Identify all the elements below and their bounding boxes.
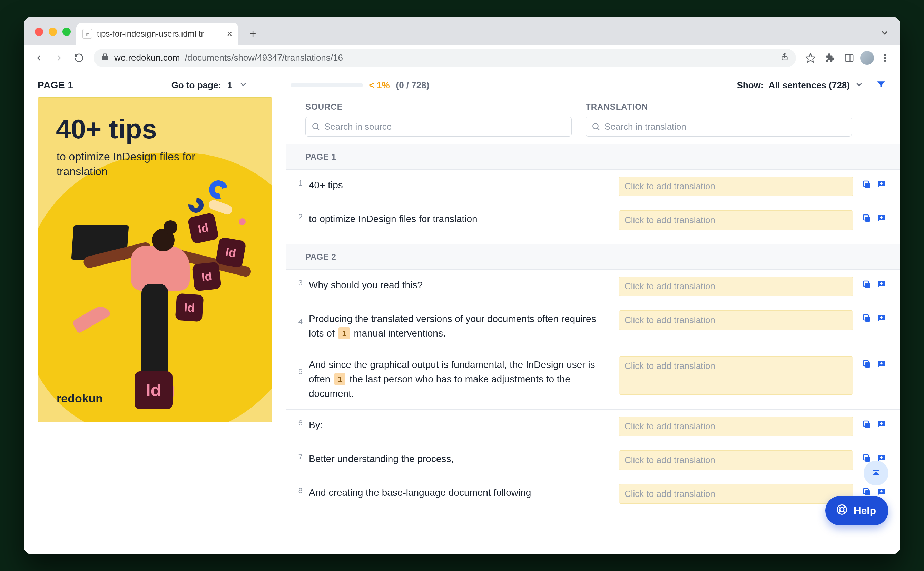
- segment-source[interactable]: 40+ tips: [306, 176, 615, 194]
- browser-window: r tips-for-indesign-users.idml tr × +: [24, 17, 900, 554]
- segment-translation-input[interactable]: Click to add translation: [619, 310, 853, 330]
- segment-translation-input[interactable]: Click to add translation: [619, 484, 853, 504]
- copy-source-icon[interactable]: [862, 213, 872, 224]
- segment-number: 2: [292, 210, 303, 221]
- search-icon: [311, 122, 320, 131]
- segment-row: 1 40+ tips Click to add translation: [286, 170, 900, 204]
- id-icon: Id: [192, 262, 221, 292]
- segment-source[interactable]: Why should you read this?: [306, 276, 615, 294]
- add-comment-icon[interactable]: [876, 359, 886, 369]
- search-source-input[interactable]: [324, 121, 566, 132]
- goto-page[interactable]: Go to page: 1: [172, 80, 248, 91]
- current-page-label: PAGE 1: [38, 80, 73, 91]
- add-comment-icon[interactable]: [876, 419, 886, 430]
- add-comment-icon[interactable]: [876, 487, 886, 497]
- svg-rect-19: [865, 363, 870, 367]
- progress-bar-fill: [291, 83, 291, 87]
- show-label: Show:: [737, 80, 763, 91]
- url-path: /documents/show/49347/translations/16: [185, 52, 343, 63]
- column-header-source: SOURCE: [305, 102, 572, 112]
- chevron-down-icon: [854, 80, 864, 90]
- segment-translation-input[interactable]: Click to add translation: [619, 276, 853, 296]
- chevron-down-icon: [239, 80, 248, 90]
- svg-line-10: [597, 128, 599, 130]
- search-translation-input[interactable]: [605, 121, 846, 132]
- page-header: PAGE 1: [286, 144, 900, 170]
- segment-row: 5 And since the graphical output is fund…: [286, 349, 900, 410]
- segment-source[interactable]: Producing the translated versions of you…: [306, 310, 615, 342]
- window-close-button[interactable]: [35, 28, 43, 36]
- segment-row: 4 Producing the translated versions of y…: [286, 303, 900, 349]
- segment-row: 3 Why should you read this? Click to add…: [286, 270, 900, 303]
- copy-source-icon[interactable]: [862, 419, 872, 430]
- tag-marker[interactable]: 1: [334, 373, 345, 385]
- profile-avatar[interactable]: [860, 51, 874, 65]
- segment-number: 7: [292, 450, 303, 461]
- svg-rect-13: [865, 216, 870, 222]
- copy-source-icon[interactable]: [862, 179, 872, 190]
- id-icon: Id: [187, 212, 220, 244]
- preview-brand: redokun: [57, 392, 103, 405]
- window-zoom-button[interactable]: [62, 28, 71, 36]
- svg-marker-1: [806, 54, 815, 62]
- svg-rect-11: [865, 183, 870, 188]
- nav-back-button[interactable]: [31, 49, 47, 66]
- search-source[interactable]: [305, 117, 572, 137]
- segment-source[interactable]: And creating the base-language document …: [306, 484, 615, 502]
- add-comment-icon[interactable]: [876, 279, 886, 290]
- add-comment-icon[interactable]: [876, 179, 886, 190]
- new-tab-button[interactable]: +: [243, 24, 263, 43]
- extensions-icon[interactable]: [822, 49, 838, 66]
- goto-page-label: Go to page:: [172, 80, 221, 91]
- show-filter-dropdown[interactable]: All sentences (728): [768, 80, 850, 91]
- tab-close-button[interactable]: ×: [227, 29, 232, 38]
- filter-icon[interactable]: [876, 79, 886, 91]
- scroll-to-top-button[interactable]: [864, 461, 888, 486]
- segment-number: 6: [292, 417, 303, 427]
- nav-forward-button[interactable]: [51, 49, 67, 66]
- svg-line-29: [838, 506, 840, 508]
- share-icon[interactable]: [780, 52, 789, 63]
- segment-translation-input[interactable]: Click to add translation: [619, 210, 853, 230]
- progress-count: (0 / 728): [396, 80, 430, 91]
- search-translation[interactable]: [585, 117, 852, 137]
- segment-row: 8 And creating the base-language documen…: [286, 477, 900, 511]
- page-preview[interactable]: 40+ tips to optimize InDesign files for …: [38, 97, 272, 422]
- segment-source[interactable]: Better understanding the process,: [306, 450, 615, 468]
- bookmark-icon[interactable]: [802, 49, 819, 66]
- segment-translation-input[interactable]: Click to add translation: [619, 176, 853, 196]
- app-body: PAGE 1 Go to page: 1 < 1% (0 / 728): [24, 71, 900, 554]
- segment-source[interactable]: And since the graphical output is fundam…: [306, 356, 615, 403]
- tag-marker[interactable]: 1: [339, 327, 350, 339]
- progress-bar: [291, 83, 363, 87]
- copy-source-icon[interactable]: [862, 359, 872, 369]
- segment-source[interactable]: By:: [306, 417, 615, 434]
- copy-source-icon[interactable]: [862, 279, 872, 290]
- preview-title: 40+ tips: [56, 113, 157, 145]
- id-icon: Id: [135, 371, 172, 409]
- help-button[interactable]: Help: [825, 496, 888, 525]
- address-bar[interactable]: we.redokun.com/documents/show/49347/tran…: [93, 49, 796, 67]
- copy-source-icon[interactable]: [862, 313, 872, 323]
- side-panel-icon[interactable]: [841, 49, 857, 66]
- segment-number: 1: [292, 176, 303, 188]
- id-icon: Id: [215, 237, 246, 268]
- nav-reload-button[interactable]: [71, 49, 87, 66]
- page-header: PAGE 2: [286, 244, 900, 270]
- svg-rect-23: [865, 457, 870, 462]
- add-comment-icon[interactable]: [876, 313, 886, 323]
- kebab-menu-icon[interactable]: [877, 49, 893, 66]
- tabs-overflow-button[interactable]: [879, 28, 890, 39]
- segment-translation-input[interactable]: Click to add translation: [619, 417, 853, 436]
- browser-tab[interactable]: r tips-for-indesign-users.idml tr ×: [76, 23, 238, 45]
- svg-point-9: [593, 123, 598, 129]
- segment-row: 7 Better understanding the process, Clic…: [286, 443, 900, 477]
- window-minimize-button[interactable]: [49, 28, 57, 36]
- segment-number: 3: [292, 276, 303, 287]
- svg-rect-17: [865, 316, 870, 322]
- segment-translation-input[interactable]: Click to add translation: [619, 356, 853, 395]
- progress-percent: < 1%: [369, 80, 390, 91]
- add-comment-icon[interactable]: [876, 213, 886, 224]
- segment-translation-input[interactable]: Click to add translation: [619, 450, 853, 470]
- segment-source[interactable]: to optimize InDesign files for translati…: [306, 210, 615, 228]
